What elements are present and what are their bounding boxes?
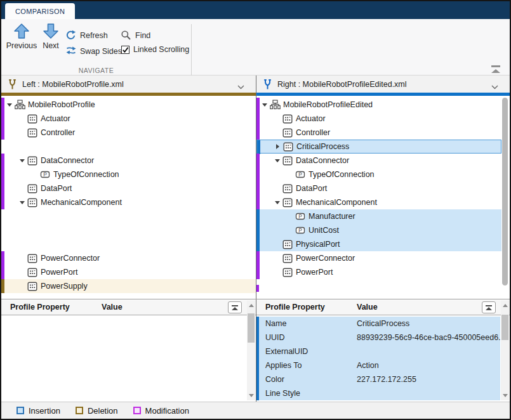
scroll-up-arrow-icon[interactable] — [503, 304, 508, 307]
scroll-down-arrow-icon[interactable] — [249, 394, 254, 397]
expander-collapsed-icon[interactable] — [274, 144, 282, 149]
scrollbar-thumb[interactable] — [248, 313, 255, 343]
left-properties-panel: Profile Property Value — [1, 300, 256, 402]
property-icon: P — [294, 170, 307, 179]
tree-row-manufacturer[interactable]: PManufacturer — [256, 209, 501, 223]
find-label: Find — [135, 31, 150, 40]
tab-comparison[interactable]: COMPARISON — [5, 3, 75, 19]
chevron-down-icon[interactable] — [237, 82, 244, 91]
previous-button[interactable]: Previous — [5, 23, 38, 50]
scroll-down-arrow-icon[interactable] — [503, 394, 508, 397]
refresh-icon — [65, 30, 77, 41]
right-tree: MobileRobotProfileEditedActuatorControll… — [256, 96, 510, 298]
scrollbar-thumb[interactable] — [502, 98, 508, 285]
tree-row-dataport[interactable]: DataPort — [256, 181, 501, 195]
stereotype-icon — [281, 184, 294, 194]
swap-sides-button[interactable]: Swap Sides — [65, 46, 122, 56]
checkbox-checked-icon[interactable] — [121, 46, 129, 54]
left-properties-scrollbar[interactable] — [247, 301, 255, 400]
left-tree: MobileRobotProfileActuatorControllerData… — [1, 96, 256, 298]
property-row-color[interactable]: Color227.172.172.255 — [256, 372, 500, 386]
tree-item-label: MechanicalComponent — [41, 198, 122, 207]
property-column-header: Profile Property — [10, 303, 70, 312]
tree-row-powerport[interactable]: PowerPort — [256, 265, 501, 279]
tree-row-powerport[interactable]: PowerPort — [1, 265, 256, 279]
right-pane-header[interactable]: Right : MobileRobotProfileEdited.xml — [256, 75, 510, 93]
tree-row-unitcost[interactable]: PUnitCost — [256, 223, 501, 237]
find-button[interactable]: Find — [121, 30, 150, 41]
tree-item-label: Controller — [41, 128, 75, 137]
tree-row-dataport[interactable]: DataPort — [1, 181, 256, 195]
tree-row-blank — [1, 209, 256, 223]
tree-row-controller[interactable]: Controller — [1, 126, 256, 140]
right-properties-panel: Profile Property Value NameCriticalProce… — [256, 300, 510, 402]
tree-item-label: PowerSupply — [41, 282, 88, 291]
tree-row-controller[interactable]: Controller — [256, 126, 501, 140]
tree-row-mechanicalcomponent[interactable]: MechanicalComponent — [1, 195, 256, 209]
toolbar: Previous Next Refresh Swap Sides Find — [1, 19, 510, 75]
expander-expanded-icon[interactable] — [260, 103, 269, 107]
tree-row-mobilerobotprofile[interactable]: MobileRobotProfile — [1, 98, 256, 112]
property-value: Action — [357, 361, 379, 370]
scroll-up-arrow-icon[interactable] — [249, 304, 254, 307]
swap-sides-label: Swap Sides — [80, 47, 122, 56]
diff-edge-bar — [257, 140, 260, 154]
property-name: ExternalUID — [265, 347, 308, 356]
expander-expanded-icon[interactable] — [18, 201, 26, 204]
ribbon-collapse-icon[interactable] — [490, 65, 501, 74]
diff-edge-bar — [256, 223, 260, 237]
legend-item-deletion: Deletion — [76, 406, 118, 416]
tree-row-mechanicalcomponent[interactable]: MechanicalComponent — [256, 195, 501, 209]
diff-edge-bar — [1, 181, 4, 195]
legend-swatch — [133, 407, 141, 414]
stereotype-icon — [26, 156, 39, 166]
tree-row-actuator[interactable]: Actuator — [1, 112, 256, 126]
property-row-applies-to[interactable]: Applies ToAction — [256, 358, 500, 372]
tree-row-powerconnector[interactable]: PowerConnector — [1, 251, 256, 265]
legend-item-modification: Modification — [133, 406, 189, 416]
legend-swatch — [76, 407, 83, 414]
property-row-externaluid[interactable]: ExternalUID — [256, 345, 500, 358]
tree-row-criticalprocess[interactable]: CriticalProcess — [256, 140, 501, 154]
expander-expanded-icon[interactable] — [5, 103, 13, 107]
stereotype-icon — [281, 198, 294, 207]
scrollbar-thumb[interactable] — [501, 315, 508, 340]
tree-row-mobilerobotprofileedited[interactable]: MobileRobotProfileEdited — [256, 98, 501, 112]
expander-expanded-icon[interactable] — [273, 159, 281, 162]
tree-item-label: Actuator — [296, 114, 326, 123]
tree-row-powerconnector[interactable]: PowerConnector — [256, 251, 501, 265]
left-pane-header[interactable]: Left : MobileRobotProfile.xml — [1, 75, 256, 93]
linked-scrolling-toggle[interactable]: Linked Scrolling — [121, 45, 189, 54]
property-row-line-style[interactable]: Line Style — [256, 386, 500, 400]
collapse-panel-button[interactable] — [228, 301, 242, 313]
stereotype-icon — [281, 268, 294, 277]
diff-edge-bar — [256, 358, 259, 372]
diff-edge-bar — [1, 251, 4, 265]
tree-row-powersupply[interactable]: PowerSupply — [1, 279, 256, 293]
tree-row-dataconnector[interactable]: DataConnector — [256, 154, 501, 167]
tree-row-blank — [1, 223, 256, 237]
tree-row-dataconnector[interactable]: DataConnector — [1, 154, 256, 167]
property-row-name[interactable]: NameCriticalProcess — [256, 317, 500, 331]
right-tree-scrollbar[interactable] — [502, 98, 508, 291]
chevron-down-icon[interactable] — [491, 82, 498, 91]
diff-edge-bar — [256, 112, 260, 126]
stereotype-icon — [281, 128, 294, 138]
tree-item-label: CriticalProcess — [296, 142, 349, 151]
stereotype-icon — [26, 114, 39, 124]
next-button[interactable]: Next — [39, 23, 62, 50]
refresh-button[interactable]: Refresh — [65, 30, 108, 41]
arrow-down-icon — [43, 23, 59, 39]
right-properties-scrollbar[interactable] — [501, 301, 509, 400]
property-icon: P — [294, 212, 307, 221]
expander-expanded-icon[interactable] — [273, 201, 281, 204]
property-row-uuid[interactable]: UUID88939239-56c9-46ce-bac9-450005eed6..… — [256, 331, 500, 345]
tree-row-typeofconnection[interactable]: PTypeOfConnection — [256, 167, 501, 181]
diff-edge-bar — [1, 167, 4, 181]
tree-row-actuator[interactable]: Actuator — [256, 112, 501, 126]
tree-props-divider[interactable] — [1, 299, 510, 299]
tree-row-typeofconnection[interactable]: PTypeOfConnection — [1, 167, 256, 181]
tree-row-physicalport[interactable]: PhysicalPort — [256, 237, 501, 251]
expander-expanded-icon[interactable] — [18, 159, 26, 162]
collapse-panel-button[interactable] — [482, 301, 496, 313]
